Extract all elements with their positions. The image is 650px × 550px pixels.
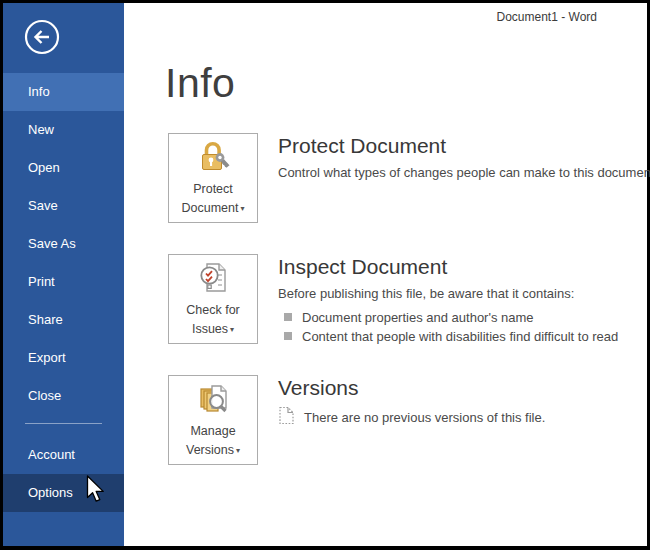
sidebar-divider bbox=[25, 423, 102, 424]
manage-versions-button[interactable]: Manage Versions▾ bbox=[168, 375, 258, 465]
check-for-issues-icon bbox=[195, 260, 231, 296]
sidebar-item-options[interactable]: Options bbox=[3, 474, 124, 512]
dropdown-caret-icon: ▾ bbox=[240, 204, 244, 213]
sidebar-item-close[interactable]: Close bbox=[3, 377, 124, 415]
sidebar-item-save[interactable]: Save bbox=[3, 187, 124, 225]
backstage-info-pane: Document1 - Word Info bbox=[124, 3, 647, 546]
section-body: Before publishing this file, be aware th… bbox=[278, 285, 618, 304]
versions-note: There are no previous versions of this f… bbox=[278, 406, 545, 428]
sidebar-item-share[interactable]: Share bbox=[3, 301, 124, 339]
section-heading: Protect Document bbox=[278, 134, 650, 158]
check-for-issues-button[interactable]: Check for Issues▾ bbox=[168, 254, 258, 344]
inspect-findings-list: Document properties and author's name Co… bbox=[278, 308, 618, 346]
bullet-square-icon bbox=[284, 332, 292, 340]
sidebar-item-new[interactable]: New bbox=[3, 111, 124, 149]
sidebar-item-account[interactable]: Account bbox=[3, 436, 124, 474]
dropdown-caret-icon: ▾ bbox=[230, 325, 234, 334]
sidebar-item-export[interactable]: Export bbox=[3, 339, 124, 377]
empty-version-document-icon bbox=[278, 406, 295, 428]
page-title: Info bbox=[165, 61, 235, 106]
list-item: Document properties and author's name bbox=[278, 308, 618, 327]
section-heading: Inspect Document bbox=[278, 255, 618, 279]
back-button[interactable] bbox=[23, 18, 61, 56]
check-for-issues-button-label: Check for Issues▾ bbox=[186, 301, 240, 337]
sidebar-nav: Info New Open Save Save As Print Share E… bbox=[3, 73, 124, 512]
list-item: Content that people with disabilities fi… bbox=[278, 327, 618, 346]
lock-key-icon bbox=[195, 139, 231, 175]
protect-document-button[interactable]: Protect Document▾ bbox=[168, 133, 258, 223]
app-window: Document1 - Word Info bbox=[0, 0, 650, 550]
section-protect-document: Protect Document▾ Protect Document Contr… bbox=[168, 133, 628, 223]
back-arrow-icon bbox=[23, 18, 61, 56]
section-heading: Versions bbox=[278, 376, 545, 400]
dropdown-caret-icon: ▾ bbox=[236, 446, 240, 455]
manage-versions-icon bbox=[195, 381, 231, 417]
sidebar-item-info[interactable]: Info bbox=[3, 73, 124, 111]
sidebar-item-print[interactable]: Print bbox=[3, 263, 124, 301]
sidebar-item-open[interactable]: Open bbox=[3, 149, 124, 187]
manage-versions-button-label: Manage Versions▾ bbox=[186, 422, 240, 458]
protect-document-button-label: Protect Document▾ bbox=[182, 180, 245, 216]
section-versions: Manage Versions▾ Versions There are bbox=[168, 375, 628, 465]
section-body: Control what types of changes people can… bbox=[278, 164, 650, 183]
section-inspect-document: Check for Issues▾ Inspect Document Befor… bbox=[168, 254, 628, 344]
backstage-sidebar: Info New Open Save Save As Print Share E… bbox=[3, 3, 124, 546]
sidebar-item-save-as[interactable]: Save As bbox=[3, 225, 124, 263]
window-title: Document1 - Word bbox=[497, 10, 597, 24]
bullet-square-icon bbox=[284, 313, 292, 321]
info-sections: Protect Document▾ Protect Document Contr… bbox=[168, 133, 628, 496]
